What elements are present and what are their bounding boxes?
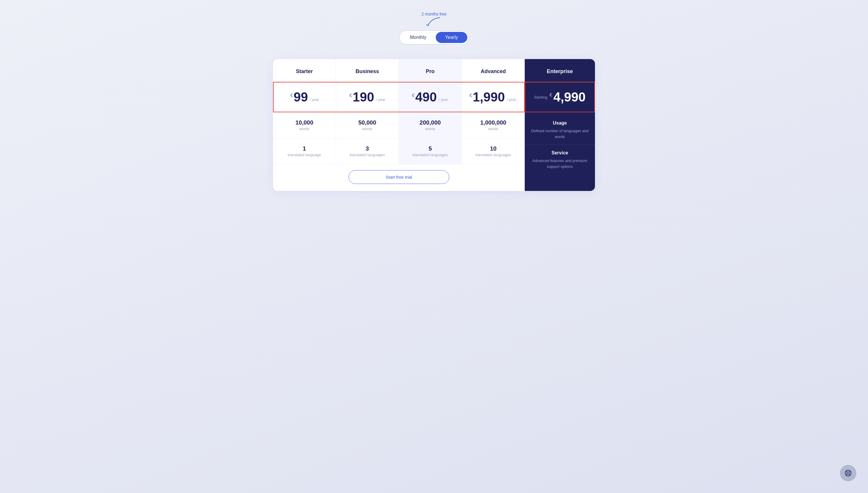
arrow-icon [422, 16, 446, 28]
start-free-trial-button[interactable]: Start free trial [349, 170, 449, 184]
svg-point-1 [847, 472, 849, 474]
cta-empty-4 [462, 170, 525, 184]
billing-toggle[interactable]: Monthly Yearly [399, 30, 469, 44]
svg-line-4 [846, 474, 847, 475]
svg-line-2 [846, 471, 847, 472]
pricing-card: Starter Business Pro Advanced € 99 / yea… [273, 59, 595, 191]
feature-words-pro: 200,000 words [399, 112, 462, 138]
plans-section: Starter Business Pro Advanced € 99 / yea… [273, 59, 525, 191]
enterprise-price-row: Starting € 4,990 [525, 82, 595, 112]
plan-header-starter: Starter [273, 59, 336, 82]
plans-header: Starter Business Pro Advanced [273, 59, 525, 82]
svg-line-3 [849, 474, 850, 475]
feature-words-business: 50,000 words [336, 112, 399, 138]
cta-empty-1 [273, 170, 336, 184]
support-button[interactable] [840, 465, 856, 481]
months-free-label: 2 months free [421, 12, 447, 16]
feature-langs-business: 3 translated languages [336, 138, 399, 164]
enterprise-section: Enterprise Starting € 4,990 Usage Define… [525, 59, 595, 191]
plan-header-advanced: Advanced [462, 59, 525, 82]
feature-langs-starter: 1 translated language [273, 138, 336, 164]
plans-words-row: 10,000 words 50,000 words 200,000 words … [273, 112, 525, 138]
price-cell-pro: € 490 / year [399, 83, 461, 112]
cta-main: Start free trial [336, 170, 462, 184]
support-icon [845, 470, 852, 477]
plans-cta-row: Start free trial [273, 164, 525, 191]
price-cell-business: € 190 / year [336, 83, 399, 112]
pricing-wrapper: Starter Business Pro Advanced € 99 / yea… [273, 59, 595, 191]
enterprise-header: Enterprise [525, 59, 595, 82]
price-cell-starter: € 99 / year [274, 83, 336, 112]
yearly-toggle-btn[interactable]: Yearly [436, 32, 467, 43]
monthly-toggle-btn[interactable]: Monthly [401, 32, 436, 43]
plan-header-pro: Pro [399, 59, 462, 82]
feature-words-starter: 10,000 words [273, 112, 336, 138]
plan-header-business: Business [336, 59, 399, 82]
svg-line-5 [849, 471, 850, 472]
price-cell-advanced: € 1,990 / year [461, 83, 524, 112]
plans-languages-row: 1 translated language 3 translated langu… [273, 138, 525, 164]
enterprise-service-section: Service Advanced features and premium su… [525, 145, 595, 176]
feature-words-advanced: 1,000,000 words [462, 112, 525, 138]
feature-langs-advanced: 10 translated languages [462, 138, 525, 164]
months-free-wrapper: 2 months free [421, 12, 447, 28]
top-section: 2 months free Monthly Yearly [6, 12, 862, 44]
feature-langs-pro: 5 translated languages [399, 138, 462, 164]
enterprise-usage-section: Usage Defined number of languages and wo… [525, 112, 595, 145]
plans-price-row: € 99 / year € 190 / year € 490 / year € … [273, 82, 525, 112]
